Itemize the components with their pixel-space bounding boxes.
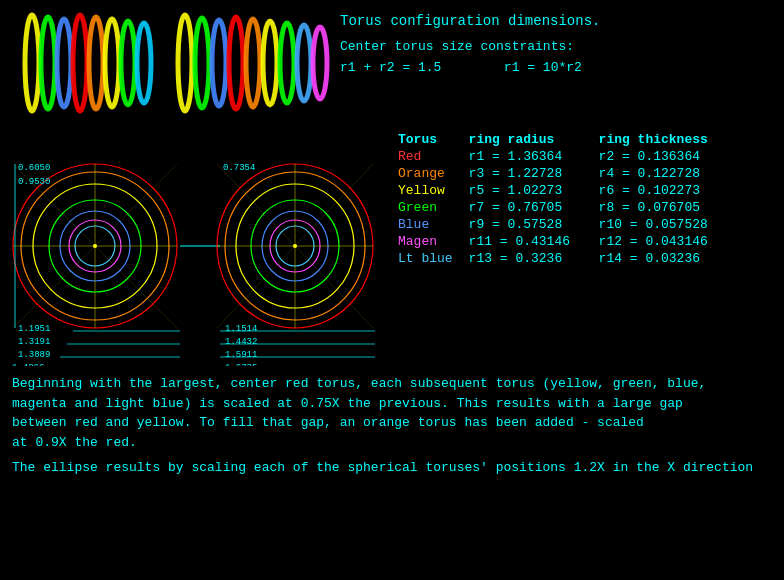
table-section: Torus ring radius ring thickness Red r1 … xyxy=(380,126,774,267)
cell-ring-thickness: r4 = 0.122728 xyxy=(591,165,731,182)
svg-text:1.3889: 1.3889 xyxy=(18,350,50,360)
torus-data-table: Torus ring radius ring thickness Red r1 … xyxy=(390,131,731,267)
col-header-torus: Torus xyxy=(390,131,461,148)
svg-text:1.3191: 1.3191 xyxy=(18,337,50,347)
cell-ring-radius: r11 = 0.43146 xyxy=(461,233,591,250)
svg-point-10 xyxy=(212,20,226,106)
svg-point-14 xyxy=(280,23,294,103)
table-body: Red r1 = 1.36364 r2 = 0.136364 Orange r3… xyxy=(390,148,731,267)
color-bars-right xyxy=(170,8,320,118)
svg-point-4 xyxy=(89,17,103,109)
svg-text:0.7354: 0.7354 xyxy=(223,163,255,173)
svg-text:1.5911: 1.5911 xyxy=(225,350,257,360)
cell-torus-name: Red xyxy=(390,148,461,165)
svg-point-12 xyxy=(246,19,260,107)
svg-point-15 xyxy=(297,25,311,101)
cell-ring-thickness: r14 = 0.03236 xyxy=(591,250,731,267)
svg-point-16 xyxy=(313,27,327,99)
table-row: Orange r3 = 1.22728 r4 = 0.122728 xyxy=(390,165,731,182)
table-row: Green r7 = 0.76705 r8 = 0.076705 xyxy=(390,199,731,216)
cell-torus-name: Blue xyxy=(390,216,461,233)
color-bars-left xyxy=(10,8,160,118)
desc-para1: Beginning with the largest, center red t… xyxy=(12,374,772,452)
main-title: Torus configuration dimensions. xyxy=(340,13,774,29)
cell-ring-radius: r5 = 1.02273 xyxy=(461,182,591,199)
cell-torus-name: Magen xyxy=(390,233,461,250)
cell-ring-thickness: r6 = 0.102273 xyxy=(591,182,731,199)
cell-torus-name: Lt blue xyxy=(390,250,461,267)
svg-point-0 xyxy=(25,15,39,111)
cell-ring-radius: r13 = 0.3236 xyxy=(461,250,591,267)
svg-point-2 xyxy=(57,19,71,107)
formula-line: r1 + r2 = 1.5 r1 = 10*r2 xyxy=(340,60,774,75)
svg-text:1.4432: 1.4432 xyxy=(225,337,257,347)
col-header-thickness: ring thickness xyxy=(591,131,731,148)
cell-ring-radius: r1 = 1.36364 xyxy=(461,148,591,165)
svg-point-5 xyxy=(105,19,119,107)
col-header-radius: ring radius xyxy=(461,131,591,148)
svg-point-6 xyxy=(121,21,135,105)
table-row: Magen r11 = 0.43146 r12 = 0.043146 xyxy=(390,233,731,250)
svg-point-9 xyxy=(195,18,209,108)
diagrams-area: 0.6050 0.9530 1.1951 1.3191 1.3889 1.426… xyxy=(10,126,380,366)
main-container: Torus configuration dimensions. Center t… xyxy=(0,0,784,580)
cell-torus-name: Green xyxy=(390,199,461,216)
cell-ring-thickness: r2 = 0.136364 xyxy=(591,148,731,165)
cell-ring-thickness: r12 = 0.043146 xyxy=(591,233,731,250)
table-row: Blue r9 = 0.57528 r10 = 0.057528 xyxy=(390,216,731,233)
svg-point-7 xyxy=(137,23,151,103)
top-section: Torus configuration dimensions. Center t… xyxy=(10,8,774,118)
svg-text:1.4266: 1.4266 xyxy=(12,363,44,366)
cell-torus-name: Orange xyxy=(390,165,461,182)
cell-ring-radius: r7 = 0.76705 xyxy=(461,199,591,216)
table-header-row: Torus ring radius ring thickness xyxy=(390,131,731,148)
svg-point-28 xyxy=(93,244,97,248)
svg-text:1.1514: 1.1514 xyxy=(225,324,257,334)
cell-ring-thickness: r10 = 0.057528 xyxy=(591,216,731,233)
svg-point-53 xyxy=(293,244,297,248)
desc-para2: The ellipse results by scaling each of t… xyxy=(12,458,772,478)
cell-torus-name: Yellow xyxy=(390,182,461,199)
cell-ring-radius: r3 = 1.22728 xyxy=(461,165,591,182)
title-section: Torus configuration dimensions. Center t… xyxy=(320,8,774,75)
table-row: Lt blue r13 = 0.3236 r14 = 0.03236 xyxy=(390,250,731,267)
svg-point-3 xyxy=(73,15,87,111)
svg-point-13 xyxy=(263,21,277,105)
table-row: Yellow r5 = 1.02273 r6 = 0.102273 xyxy=(390,182,731,199)
formula2: r1 = 10*r2 xyxy=(504,60,582,75)
table-row: Red r1 = 1.36364 r2 = 0.136364 xyxy=(390,148,731,165)
bottom-text: Beginning with the largest, center red t… xyxy=(10,374,774,478)
subtitle: Center torus size constraints: xyxy=(340,39,774,54)
torus-svg: 0.6050 0.9530 1.1951 1.3191 1.3889 1.426… xyxy=(10,126,380,366)
svg-point-11 xyxy=(229,17,243,109)
svg-text:0.6050: 0.6050 xyxy=(18,163,50,173)
middle-section: 0.6050 0.9530 1.1951 1.3191 1.3889 1.426… xyxy=(10,126,774,366)
svg-text:1.1951: 1.1951 xyxy=(18,324,50,334)
cell-ring-thickness: r8 = 0.076705 xyxy=(591,199,731,216)
svg-text:1.6735: 1.6735 xyxy=(225,363,257,366)
svg-point-1 xyxy=(41,17,55,109)
cell-ring-radius: r9 = 0.57528 xyxy=(461,216,591,233)
formula1: r1 + r2 = 1.5 xyxy=(340,60,441,75)
svg-text:0.9530: 0.9530 xyxy=(18,177,50,187)
svg-point-8 xyxy=(178,15,192,111)
